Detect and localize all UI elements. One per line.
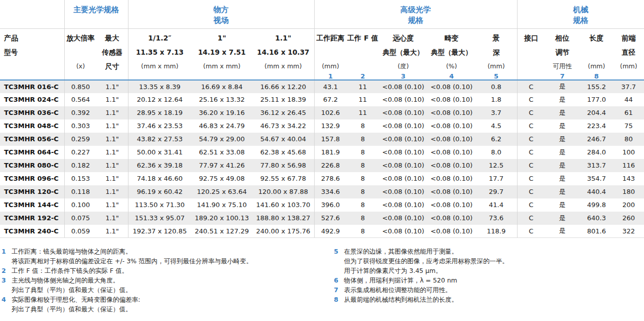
cell: 240.51 x 127.29 <box>191 225 252 238</box>
cell: 278.6 <box>314 172 347 185</box>
cell: 8 <box>347 185 379 198</box>
footnote-line: 主光线与物体侧光轴之间的最大角度。 <box>12 275 132 285</box>
header-line: (mm x mm) <box>128 60 192 73</box>
footnote: 6 物体侧，用瑞利判据计算，λ = 520 nm <box>334 275 644 285</box>
cell: <0.08 (0.10) <box>379 198 427 212</box>
cell: 0.100 <box>64 198 97 212</box>
cell: 313.7 <box>580 159 613 172</box>
table-row: TC3MHR 144-C0.1001.1"113.50 x 71.30141.9… <box>0 198 644 212</box>
cell: <0.08 (0.10) <box>379 93 427 106</box>
header-line: (mm x mm) <box>191 60 252 73</box>
header-line: 7 <box>545 73 580 79</box>
column-header-magnification: 放大倍率 (x) <box>64 28 97 80</box>
header-line: 1 <box>315 73 347 79</box>
cell-model: TC3MHR 064-C <box>0 146 64 159</box>
cell: 1.1" <box>97 133 128 146</box>
cell: 1.1" <box>97 80 128 93</box>
cell: 189.20 x 100.13 <box>191 212 252 225</box>
group-header-object-fov: 物方 视场 <box>128 0 314 28</box>
cell: 8 <box>347 133 379 146</box>
cell: 8 <box>347 146 379 159</box>
datasheet-page: 主要光学规格 物方 视场 高级光学 规格 机械 规格 产品 型号 放大倍率 (x… <box>0 0 644 321</box>
footnote-line: 列出了典型（平均）值和最大（保证）值。 <box>12 285 132 295</box>
cell: 16.66 x 12.20 <box>252 80 314 93</box>
column-header-fov-1: 1" 14.19 x 7.51 (mm x mm) <box>191 28 252 80</box>
footnote: 5 在景深的边缘，其图像依然能用于测量。 但为了获得锐度更佳的图像，应考虑采用标… <box>334 247 644 275</box>
cell: 1.1" <box>97 198 128 212</box>
cell: 是 <box>545 212 580 225</box>
footnote-number: 4 <box>2 295 9 304</box>
footnote-number: 7 <box>334 285 341 295</box>
cell: <0.08 (0.10) <box>379 159 427 172</box>
cell: 62.51 x 33.08 <box>191 146 252 159</box>
cell: <0.08 (0.10) <box>379 225 427 238</box>
header-line: 工作 F 值 <box>347 31 379 45</box>
table-row: TC3MHR 080-C0.1821.1"62.36 x 39.1877.97 … <box>0 159 644 172</box>
cell: 322 <box>613 225 644 238</box>
cell: 1.1" <box>97 146 128 159</box>
cell: 284.0 <box>580 146 613 159</box>
header-line: 接口 <box>518 31 545 45</box>
cell: <0.08 (0.10) <box>427 119 476 133</box>
header-line: 产品 <box>4 31 64 45</box>
footnote-text: 工作距离：镜头最前端与物体之间的距离。 将该距离相对于标称值的偏差设定在 +/-… <box>12 247 252 266</box>
cell: 1.1" <box>97 119 128 133</box>
cell: 96.19 x 60.42 <box>128 185 191 198</box>
footnote-number: 6 <box>334 275 341 285</box>
cell: 0.392 <box>64 106 97 119</box>
column-header-fov-1-1-2: 1/1.2″ 11.35 x 7.13 (mm x mm) <box>128 28 191 80</box>
header-line: 5 <box>476 73 517 79</box>
header-line: 工作距离 <box>315 31 347 45</box>
header-line: 畸变 <box>427 31 476 45</box>
cell: 0.259 <box>64 133 97 146</box>
header-line <box>315 45 347 60</box>
cell: 36.20 x 19.16 <box>191 106 252 119</box>
header-line: 14.16 x 10.37 <box>252 45 314 60</box>
column-header-product-model: 产品 型号 <box>0 28 64 80</box>
column-header-max-sensor: 最大 传感器 尺寸 <box>97 28 128 80</box>
cell-model: TC3MHR 024-C <box>0 93 64 106</box>
table-row: TC3MHR 016-C0.8501.1"13.35 x 8.3916.69 x… <box>0 80 644 93</box>
cell: 是 <box>545 146 580 159</box>
cell: 92.75 x 49.08 <box>191 172 252 185</box>
cell: <0.08 (0.10) <box>427 133 476 146</box>
cell: 192.37 x 120.85 <box>128 225 191 238</box>
spec-table: 主要光学规格 物方 视场 高级光学 规格 机械 规格 产品 型号 放大倍率 (x… <box>0 0 644 238</box>
table-row: TC3MHR 036-C0.3921.1"28.95 x 18.1936.20 … <box>0 106 644 119</box>
footnote-text: 工作 F 值：工作条件下镜头的实际 F 值。 <box>12 266 128 275</box>
cell: 43.1 <box>314 80 347 93</box>
cell: 1.8 <box>476 93 517 106</box>
cell: 200 <box>613 198 644 212</box>
cell: 73.6 <box>476 212 517 225</box>
footnote-number: 3 <box>2 275 9 285</box>
footnote-text: 表示集成相机相位调整功能的可用性。 <box>344 285 452 295</box>
footnotes: 1 工作距离：镜头最前端与物体之间的距离。 将该距离相对于标称值的偏差设定在 +… <box>0 247 644 314</box>
cell: C <box>517 172 545 185</box>
header-line: 1/1.2″ <box>128 31 192 45</box>
footnote-line: 但为了获得锐度更佳的图像，应考虑采用标称景深的一半。 <box>344 256 508 266</box>
cell: 12.5 <box>476 159 517 172</box>
cell-model: TC3MHR 080-C <box>0 159 64 172</box>
cell: 180 <box>613 185 644 198</box>
cell: 113.50 x 71.30 <box>128 198 191 212</box>
cell: 是 <box>545 119 580 133</box>
cell: 1.1" <box>97 225 128 238</box>
footnotes-left-column: 1 工作距离：镜头最前端与物体之间的距离。 将该距离相对于标称值的偏差设定在 +… <box>2 247 334 314</box>
header-line: 典型（最大） <box>379 45 427 60</box>
footnote: 3 主光线与物体侧光轴之间的最大角度。 列出了典型（平均）值和最大（保证）值。 <box>2 275 334 295</box>
header-line <box>518 60 545 73</box>
cell: 37.7 <box>613 80 644 93</box>
cell: 77.97 x 41.26 <box>191 159 252 172</box>
cell: C <box>517 119 545 133</box>
footnote-text: 从最前端的机械结构到相机法兰的长度。 <box>344 295 458 304</box>
footnote-text: 实际图像相较于理想化、无畸变图像的偏差率: 列出了典型（平均）值和最大（保证）值… <box>12 295 140 314</box>
cell: 141.90 x 75.10 <box>191 198 252 212</box>
cell: C <box>517 80 545 93</box>
footnote-line: 工作距离：镜头最前端与物体之间的距离。 <box>12 247 252 256</box>
cell: C <box>517 212 545 225</box>
cell: 204.4 <box>580 106 613 119</box>
cell: 116 <box>613 159 644 172</box>
header-line: (mm x mm) <box>252 60 314 73</box>
cell-model: TC3MHR 192-C <box>0 212 64 225</box>
header-line: 直径 <box>613 45 644 60</box>
